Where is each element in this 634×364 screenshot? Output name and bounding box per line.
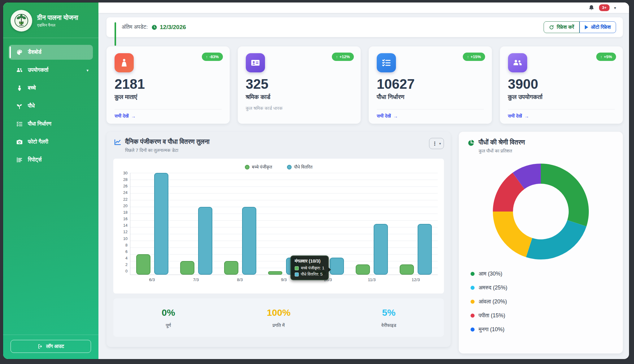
app-frame: ग्रीन पालना योजना एडमिन पैनल डैशबोर्डउपय… <box>3 2 629 359</box>
chart-options-button[interactable]: ⋮ ▾ <box>429 138 444 149</box>
green-accent-bar <box>115 22 116 46</box>
auto-refresh-button[interactable]: ऑटो रिफ्रेश <box>580 21 616 33</box>
footer-stat-label: पूर्ण <box>166 323 171 328</box>
pie-legend-item: मुनगा (10%) <box>471 326 615 333</box>
bar-पौधे वितरित[interactable] <box>418 224 432 275</box>
legend-item: बच्चे पंजीकृत <box>245 165 272 170</box>
footer-stat: 0%पूर्ण <box>113 307 224 328</box>
stat-card-shramik-cards: ↑+12%325श्रमिक कार्डकुल श्रमिक कार्ड धार… <box>238 46 361 124</box>
notification-bell-icon[interactable] <box>588 5 595 11</box>
sidebar-item-dashboard[interactable]: डैशबोर्ड <box>9 45 93 60</box>
top-header-bar: 3+ ▾ <box>98 2 629 13</box>
tooltip-row: पौधे वितरित: 5 <box>295 272 324 277</box>
trend-badge: ↑-83% <box>202 53 223 61</box>
idcard-icon <box>246 53 265 72</box>
donut-slice-आंवला[interactable] <box>493 212 532 257</box>
stat-value: 325 <box>246 77 353 92</box>
sidebar-item-users[interactable]: उपयोगकर्ता▾ <box>9 63 93 78</box>
sidebar-item-label: फोटो गैलरी <box>28 139 48 145</box>
donut-slice-आम[interactable] <box>541 164 589 226</box>
sidebar-item-label: उपयोगकर्ता <box>28 67 48 73</box>
pie-legend-label: मुनगा (10%) <box>479 326 505 333</box>
pie-legend-label: आम (30%) <box>479 271 502 277</box>
see-all-link[interactable]: सभी देखें→ <box>508 113 529 119</box>
footer-stat-value: 5% <box>382 307 395 318</box>
pie-legend-label: आंवला (20%) <box>479 298 507 305</box>
see-all-link[interactable]: सभी देखें→ <box>115 113 136 119</box>
y-tick-label: 30 <box>119 171 128 175</box>
y-tick-label: 0 <box>119 269 128 273</box>
stat-value: 2181 <box>115 77 222 92</box>
bar-group-6/3 <box>130 173 174 275</box>
play-icon <box>585 25 588 29</box>
arrow-right-icon: → <box>393 113 398 119</box>
refresh-button[interactable]: रिफ्रेश करें <box>544 21 580 33</box>
seedling-icon <box>16 103 23 109</box>
y-tick-label: 28 <box>119 178 128 182</box>
y-tick-label: 24 <box>119 191 128 195</box>
stat-label: पौधा निर्धारण <box>377 93 484 101</box>
bar-chart-legend: बच्चे पंजीकृतपौधे वितरित <box>119 163 438 171</box>
stat-card-footer: सभी देखें→ <box>377 109 484 119</box>
sidebar-item-plants[interactable]: पौधे <box>9 99 93 113</box>
sidebar-item-photo-gallery[interactable]: फोटो गैलरी <box>9 135 93 149</box>
tooltip-rows: बच्चे पंजीकृत: 1पौधे वितरित: 5 <box>295 266 324 277</box>
bar-group-11/3 <box>350 173 394 275</box>
notification-count-badge[interactable]: 3+ <box>599 4 610 11</box>
bar-chart-card: दैनिक पंजीकरण व पौधा वितरण तुलना पिछले 7… <box>106 132 451 347</box>
bar-पौधे वितरित[interactable] <box>374 224 388 275</box>
bar-पौधे वितरित[interactable] <box>242 207 256 275</box>
tooltip-row-label: बच्चे पंजीकृत: 1 <box>301 266 324 271</box>
logout-button[interactable]: लॉग आउट <box>11 340 91 353</box>
y-tick-label: 2 <box>119 263 128 267</box>
bar-पौधे वितरित[interactable] <box>198 207 212 275</box>
footer-stat: 5%वेरीफाइड <box>334 307 444 328</box>
refresh-icon <box>549 25 554 30</box>
sidebar-item-plant-assignment[interactable]: पौधा निर्धारण <box>9 117 93 131</box>
arrow-up-icon: ↑ <box>600 54 602 59</box>
bar-पौधे वितरित[interactable] <box>154 173 168 275</box>
bar-पौधे वितरित[interactable] <box>330 258 344 275</box>
x-tick-label: 7/3 <box>174 277 218 282</box>
bar-बच्चे पंजीकृत[interactable] <box>180 261 194 275</box>
see-all-link[interactable]: सभी देखें→ <box>377 113 398 119</box>
bar-बच्चे पंजीकृत[interactable] <box>268 271 282 275</box>
x-tick-label: 12/3 <box>394 277 438 282</box>
pie-legend-dot <box>471 314 475 318</box>
y-tick-label: 22 <box>119 198 128 202</box>
tooltip-row-label: पौधे वितरित: 5 <box>301 272 323 277</box>
stat-sublabel: कुल श्रमिक कार्ड धारक <box>246 105 353 111</box>
camera-icon <box>16 139 23 145</box>
stat-label: कुल उपयोगकर्ता <box>508 93 615 101</box>
sidebar-nav: डैशबोर्डउपयोगकर्ता▾बच्चेपौधेपौधा निर्धार… <box>3 42 98 170</box>
y-tick-label: 26 <box>119 184 128 188</box>
trend-badge: ↑+12% <box>332 53 354 61</box>
pie-chart-subtitle: कुल पौधों का प्रतिशत <box>479 148 525 154</box>
chevron-down-icon: ▾ <box>439 142 441 146</box>
sidebar-item-children[interactable]: बच्चे <box>9 81 93 96</box>
profile-chevron-down-icon[interactable]: ▾ <box>614 6 616 10</box>
bar-बच्चे पंजीकृत[interactable] <box>136 254 150 275</box>
footer-stat-label: प्रगति में <box>273 323 285 328</box>
arrow-up-icon: ↑ <box>336 54 338 59</box>
bar-बच्चे पंजीकृत[interactable] <box>356 264 370 275</box>
trend-badge-value: -83% <box>209 54 219 59</box>
tooltip-swatch <box>295 266 299 270</box>
stat-card-plant-assignments: ↑+15%10627पौधा निर्धारणसभी देखें→ <box>369 46 492 124</box>
sidebar-item-label: पौधा निर्धारण <box>28 121 51 127</box>
y-tick-label: 20 <box>119 204 128 208</box>
brand-text: ग्रीन पालना योजना एडमिन पैनल <box>37 14 78 28</box>
bar-बच्चे पंजीकृत[interactable] <box>400 264 414 275</box>
bar-बच्चे पंजीकृत[interactable] <box>224 261 238 275</box>
bar-group-7/3 <box>174 173 218 275</box>
sidebar-item-reports[interactable]: रिपोर्ट्स <box>9 152 93 167</box>
auto-refresh-button-label: ऑटो रिफ्रेश <box>591 24 611 30</box>
bars-container <box>130 173 438 275</box>
donut-slice-अमरुद[interactable] <box>526 220 586 259</box>
y-axis-labels: 302826242220181614121086420 <box>119 171 130 273</box>
arrow-up-icon: ↑ <box>206 54 208 59</box>
y-tick-label: 4 <box>119 256 128 260</box>
pie-chart-header: पौधों की श्रेणी वितरण कुल पौधों का प्रति… <box>467 139 615 154</box>
legend-dot <box>245 165 250 169</box>
pie-chart-icon <box>467 139 475 147</box>
